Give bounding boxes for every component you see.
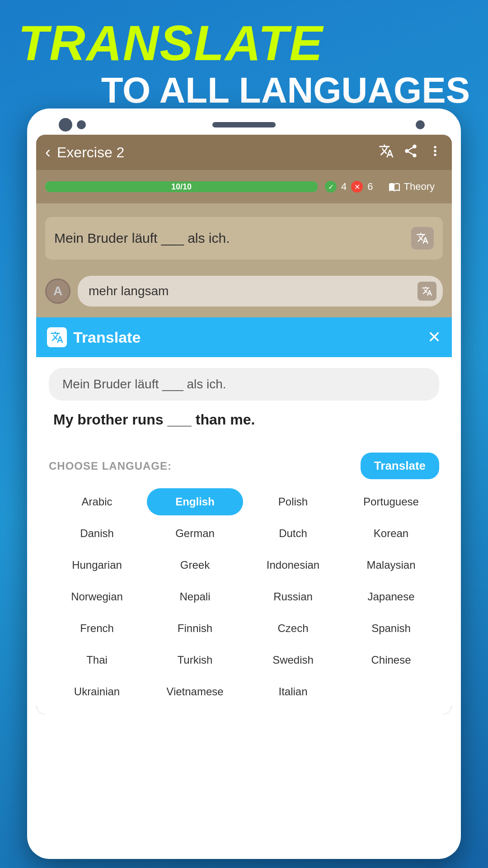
- translate-close-button[interactable]: ✕: [427, 328, 441, 347]
- share-icon[interactable]: [403, 143, 418, 162]
- phone-sensor: [416, 120, 425, 129]
- back-button[interactable]: ‹: [45, 143, 51, 162]
- language-item-malaysian[interactable]: Malaysian: [343, 552, 439, 579]
- main-title: TRANSLATE: [18, 18, 470, 68]
- header-icons: [379, 143, 443, 162]
- question-translate-btn[interactable]: [411, 227, 434, 250]
- more-icon[interactable]: [427, 143, 443, 162]
- answer-container: mehr langsam: [78, 276, 443, 307]
- phone-camera-right: [77, 120, 86, 129]
- phone-mockup: ‹ Exercise 2: [27, 108, 461, 859]
- language-item-chinese[interactable]: Chinese: [343, 646, 439, 674]
- answer-translate-icon[interactable]: [418, 282, 436, 301]
- language-item-finnish[interactable]: Finnish: [147, 615, 243, 642]
- translate-dialog: Translate ✕ Mein Bruder läuft ___ als ic…: [36, 317, 452, 714]
- language-item-arabic[interactable]: Arabic: [49, 488, 145, 515]
- subtitle: TO ALL LANGUAGES: [18, 72, 470, 108]
- translated-text: My brother runs ___ than me.: [49, 411, 439, 428]
- language-item-ukrainian[interactable]: Ukrainian: [49, 678, 145, 705]
- language-item-italian[interactable]: Italian: [245, 678, 341, 705]
- translate-icon[interactable]: [379, 143, 394, 162]
- language-item-russian[interactable]: Russian: [245, 583, 341, 610]
- correct-count: 4: [341, 181, 347, 193]
- answer-input[interactable]: mehr langsam: [78, 276, 443, 307]
- language-item-french[interactable]: French: [49, 615, 145, 642]
- language-item-portuguese[interactable]: Portuguese: [343, 488, 439, 515]
- exercise-title: Exercise 2: [57, 144, 124, 161]
- language-item-indonesian[interactable]: Indonesian: [245, 552, 341, 579]
- progress-area: 10/10 ✓ 4 ✕ 6 Theory: [36, 170, 452, 203]
- language-item-spanish[interactable]: Spanish: [343, 615, 439, 642]
- progress-bar-container: 10/10: [45, 181, 318, 192]
- wrong-count: 6: [367, 181, 373, 193]
- language-grid: ArabicEnglishPolishPortugueseDanishGerma…: [49, 488, 439, 705]
- chooser-label: CHOOSE LANGUAGE:: [49, 460, 172, 472]
- wrong-icon: ✕: [351, 181, 363, 193]
- title-area: TRANSLATE TO ALL LANGUAGES: [18, 18, 470, 108]
- phone-top-bar: [36, 122, 452, 127]
- language-item-norwegian[interactable]: Norwegian: [49, 583, 145, 610]
- source-text: Mein Bruder läuft ___ als ich.: [49, 368, 439, 401]
- app-screen: ‹ Exercise 2: [36, 135, 452, 714]
- language-item-japanese[interactable]: Japanese: [343, 583, 439, 610]
- avatar: A: [45, 278, 70, 304]
- language-chooser: CHOOSE LANGUAGE: Translate ArabicEnglish…: [36, 453, 452, 714]
- answer-area: A mehr langsam: [36, 269, 452, 317]
- language-item-czech[interactable]: Czech: [245, 615, 341, 642]
- translation-content: Mein Bruder läuft ___ als ich. My brothe…: [36, 357, 452, 453]
- language-item-english[interactable]: English: [147, 488, 243, 515]
- translate-header-left: Translate: [47, 327, 141, 347]
- exercise-area: Mein Bruder läuft ___ als ich.: [36, 203, 452, 269]
- header-left: ‹ Exercise 2: [45, 143, 124, 162]
- progress-text: 10/10: [171, 182, 192, 192]
- language-item-dutch[interactable]: Dutch: [245, 520, 341, 547]
- translate-action-button[interactable]: Translate: [361, 453, 439, 479]
- language-item-korean[interactable]: Korean: [343, 520, 439, 547]
- language-item-nepali[interactable]: Nepali: [147, 583, 243, 610]
- language-item-hungarian[interactable]: Hungarian: [49, 552, 145, 579]
- translate-dialog-title: Translate: [73, 329, 141, 346]
- language-item-vietnamese[interactable]: Vietnamese: [147, 678, 243, 705]
- language-item-danish[interactable]: Danish: [49, 520, 145, 547]
- theory-button[interactable]: Theory: [380, 176, 443, 197]
- chooser-header: CHOOSE LANGUAGE: Translate: [49, 453, 439, 479]
- language-item-german[interactable]: German: [147, 520, 243, 547]
- question-row: Mein Bruder läuft ___ als ich.: [45, 217, 443, 259]
- language-item-swedish[interactable]: Swedish: [245, 646, 341, 674]
- phone-speaker: [212, 122, 276, 127]
- correct-icon: ✓: [325, 181, 337, 193]
- translate-dialog-header: Translate ✕: [36, 317, 452, 357]
- phone-camera-left: [59, 118, 72, 132]
- language-item-turkish[interactable]: Turkish: [147, 646, 243, 674]
- language-item-thai[interactable]: Thai: [49, 646, 145, 674]
- google-translate-icon: [47, 327, 67, 347]
- app-header: ‹ Exercise 2: [36, 135, 452, 170]
- theory-label: Theory: [404, 181, 435, 193]
- language-item-polish[interactable]: Polish: [245, 488, 341, 515]
- question-text: Mein Bruder läuft ___ als ich.: [54, 231, 230, 246]
- score-badges: ✓ 4 ✕ 6: [325, 181, 373, 193]
- language-item-greek[interactable]: Greek: [147, 552, 243, 579]
